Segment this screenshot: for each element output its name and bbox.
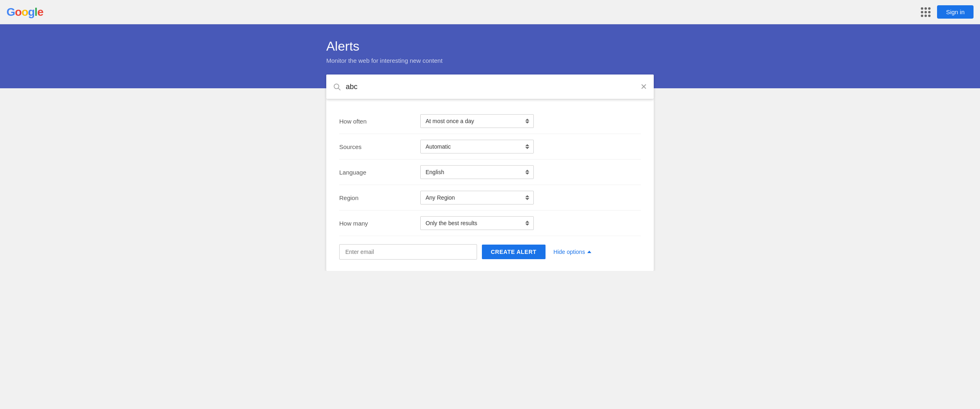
search-input[interactable] bbox=[346, 83, 640, 91]
arrow-up-icon bbox=[587, 251, 591, 253]
how-often-label: How often bbox=[339, 118, 420, 125]
page-title: Alerts bbox=[326, 39, 654, 54]
how-often-select[interactable]: At most once a day As-it-happens At most… bbox=[420, 114, 534, 128]
options-panel: How often At most once a day As-it-happe… bbox=[320, 99, 660, 271]
search-icon bbox=[333, 83, 341, 91]
region-select[interactable]: Any Region United States United Kingdom … bbox=[420, 191, 534, 204]
sources-label: Sources bbox=[339, 143, 420, 150]
svg-line-1 bbox=[338, 88, 340, 90]
sources-select[interactable]: Automatic News Blogs Web Video Books Dis… bbox=[420, 140, 534, 153]
hide-options-link[interactable]: Hide options bbox=[554, 249, 592, 255]
topbar-right: Sign in bbox=[921, 5, 974, 19]
how-many-row: How many Only the best results All resul… bbox=[339, 211, 641, 236]
header-content: Alerts Monitor the web for interesting n… bbox=[320, 39, 660, 64]
actions-row: CREATE ALERT Hide options bbox=[339, 244, 641, 260]
language-select[interactable]: English Any Language Spanish French Germ… bbox=[420, 165, 534, 179]
sources-row: Sources Automatic News Blogs Web Video B… bbox=[339, 134, 641, 160]
how-many-label: How many bbox=[339, 220, 420, 227]
options-card: How often At most once a day As-it-happe… bbox=[326, 99, 654, 271]
grid-icon[interactable] bbox=[921, 7, 931, 17]
region-label: Region bbox=[339, 194, 420, 201]
how-many-select[interactable]: Only the best results All results bbox=[420, 216, 534, 230]
how-often-row: How often At most once a day As-it-happe… bbox=[339, 109, 641, 134]
topbar: Google Sign in bbox=[0, 0, 980, 24]
language-row: Language English Any Language Spanish Fr… bbox=[339, 160, 641, 185]
language-label: Language bbox=[339, 169, 420, 176]
google-logo: Google bbox=[6, 6, 43, 19]
email-input[interactable] bbox=[339, 244, 477, 260]
signin-button[interactable]: Sign in bbox=[937, 5, 974, 19]
clear-icon[interactable]: ✕ bbox=[640, 82, 647, 92]
hide-options-label: Hide options bbox=[554, 249, 585, 255]
topbar-left: Google bbox=[6, 6, 43, 19]
region-row: Region Any Region United States United K… bbox=[339, 185, 641, 211]
page-subtitle: Monitor the web for interesting new cont… bbox=[326, 57, 654, 64]
search-container: ✕ bbox=[320, 75, 660, 99]
create-alert-button[interactable]: CREATE ALERT bbox=[482, 245, 546, 259]
search-box: ✕ bbox=[326, 75, 654, 99]
page-background bbox=[0, 271, 980, 352]
